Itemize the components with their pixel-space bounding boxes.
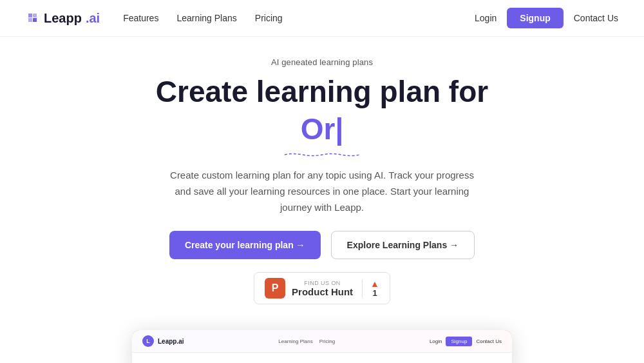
preview-logo-text: Leapp.ai [158, 338, 184, 345]
hero-description: Create custom learning plan for any topi… [161, 168, 483, 215]
product-hunt-badge[interactable]: P FIND US ON Product Hunt ▲ 1 [254, 272, 390, 304]
navbar-left: Leapp.ai Features Learning Plans Pricing [26, 11, 283, 26]
preview-signup: Signup [446, 337, 472, 346]
hero-badge: AI geneated learning plans [271, 57, 373, 67]
preview-nav-btns: Login Signup Contact Us [430, 337, 502, 346]
product-hunt-text: FIND US ON Product Hunt [292, 280, 353, 297]
preview-nav-link-1: Learning Plans [278, 338, 312, 344]
preview-nav-links: Learning Plans Pricing [278, 338, 335, 344]
product-hunt-name: Product Hunt [292, 286, 353, 297]
product-hunt-find-us: FIND US ON [292, 280, 353, 286]
login-button[interactable]: Login [475, 13, 497, 23]
logo-text-ai: .ai [86, 11, 100, 26]
hero-section: AI geneated learning plans Create learni… [0, 37, 644, 330]
preview-logo-circle: L [142, 335, 154, 347]
preview-inner: L Leapp.ai Learning Plans Pricing Login … [132, 330, 512, 363]
animated-underline [283, 148, 361, 160]
preview-nav-link-2: Pricing [319, 338, 335, 344]
preview-container: L Leapp.ai Learning Plans Pricing Login … [0, 330, 644, 363]
preview-content: Create learning plan for Mac Create cust… [132, 353, 512, 363]
preview-wrapper: L Leapp.ai Learning Plans Pricing Login … [132, 330, 512, 363]
preview-logo-area: L Leapp.ai [142, 335, 184, 347]
logo-icon [26, 11, 40, 25]
contact-button[interactable]: Contact Us [574, 13, 618, 23]
preview-login: Login [430, 338, 442, 344]
nav-link-pricing[interactable]: Pricing [255, 13, 283, 23]
navbar: Leapp.ai Features Learning Plans Pricing… [0, 0, 644, 37]
product-hunt-vote-arrow: ▲ [370, 279, 379, 288]
product-hunt-vote-count: 1 [372, 288, 377, 298]
product-hunt-vote: ▲ 1 [362, 279, 379, 298]
nav-link-features[interactable]: Features [123, 13, 158, 23]
hero-title-line1: Create learning plan for [156, 75, 488, 109]
preview-contact: Contact Us [476, 338, 502, 344]
nav-links: Features Learning Plans Pricing [123, 12, 282, 24]
signup-button[interactable]: Signup [507, 8, 563, 28]
hero-animated-text: Or [301, 112, 344, 147]
product-hunt-logo: P [265, 278, 285, 299]
preview-navbar: L Leapp.ai Learning Plans Pricing Login … [132, 330, 512, 353]
explore-plans-button[interactable]: Explore Learning Plans → [331, 231, 475, 259]
hero-animated-title-wrapper: Or [301, 112, 344, 147]
create-plan-button[interactable]: Create your learning plan → [169, 231, 321, 259]
logo[interactable]: Leapp.ai [26, 11, 100, 26]
logo-text-leapp: Leapp [44, 11, 82, 26]
hero-buttons: Create your learning plan → Explore Lear… [169, 231, 475, 259]
nav-link-learning-plans[interactable]: Learning Plans [176, 13, 236, 23]
navbar-right: Login Signup Contact Us [475, 8, 618, 28]
